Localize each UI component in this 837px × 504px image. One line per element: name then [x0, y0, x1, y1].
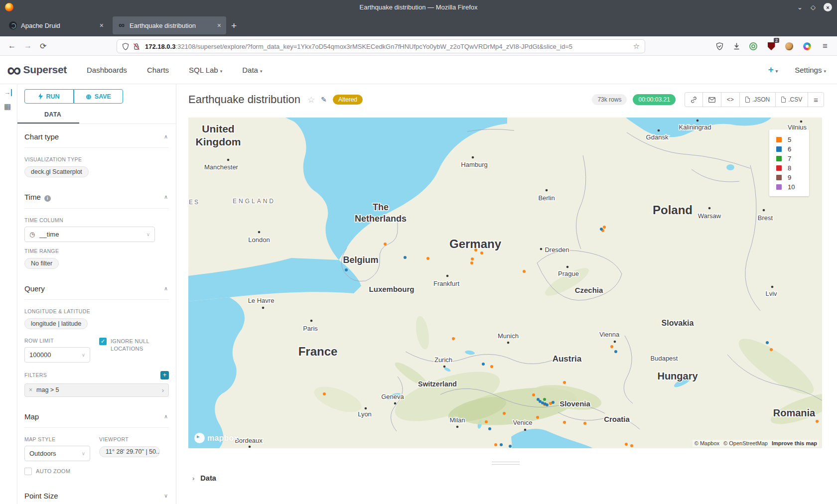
superset-brand[interactable]: ∞ Superset: [7, 62, 67, 77]
tab-earthquake-distribution[interactable]: ∞ Earthquake distribution ×: [113, 16, 226, 34]
city-label: Milan: [449, 416, 465, 424]
city-dot: [258, 231, 261, 234]
filter-value: mag > 5: [36, 386, 59, 393]
city-label: Frankfurt: [433, 280, 459, 287]
firefox-menu-icon[interactable]: ≡: [820, 41, 830, 51]
scatter-point: [345, 268, 348, 271]
city-label: Geneva: [381, 393, 404, 400]
city-dot: [771, 286, 774, 288]
time-range-pill[interactable]: No filter: [24, 258, 59, 269]
embed-code-button[interactable]: <>: [721, 93, 740, 107]
attr-mapbox[interactable]: © Mapbox: [695, 440, 719, 446]
save-button[interactable]: ⊕ SAVE: [74, 89, 123, 104]
ublock-icon[interactable]: 2: [766, 41, 776, 51]
legend-swatch: [776, 165, 782, 171]
chevron-up-icon: ∧: [164, 413, 168, 420]
email-button[interactable]: [703, 93, 721, 107]
insecure-lock-icon[interactable]: [133, 43, 140, 50]
address-bar[interactable]: 172.18.0.3:32108/superset/explore/?form_…: [117, 39, 645, 53]
filter-item[interactable]: × mag > 5 ›: [24, 383, 169, 397]
edit-properties-icon[interactable]: ✎: [321, 96, 327, 104]
mapbox-logo[interactable]: mapbox: [194, 433, 239, 443]
deckgl-map[interactable]: UnitedKingdomENGLANDESTheNetherlandsBelg…: [188, 118, 822, 448]
new-tab-button[interactable]: +: [231, 20, 237, 31]
back-button[interactable]: ←: [8, 41, 16, 50]
scatter-point: [470, 261, 473, 264]
auto-zoom-checkbox[interactable]: [24, 468, 32, 475]
settings-menu[interactable]: Settings▾: [795, 66, 826, 74]
city-label: Vienna: [599, 331, 620, 338]
window-maximize-icon[interactable]: ◇: [811, 3, 816, 11]
chevron-right-icon[interactable]: ›: [157, 386, 168, 394]
data-panel-toggle[interactable]: › Data: [192, 474, 216, 482]
forward-button[interactable]: →: [24, 41, 32, 50]
row-limit-select[interactable]: 100000 ∨: [24, 347, 90, 363]
city-label: Warsaw: [698, 212, 721, 220]
chart-menu-button[interactable]: ≡: [808, 93, 824, 107]
copy-link-button[interactable]: [685, 93, 703, 107]
nav-item-data[interactable]: Data▾: [242, 66, 262, 74]
window-minimize-icon[interactable]: ⌄: [797, 3, 803, 11]
map-style-select[interactable]: Outdoors ∨: [24, 446, 90, 461]
city-dot: [546, 189, 548, 192]
datasource-grid-icon[interactable]: ▦: [4, 102, 11, 111]
tracking-shield-icon[interactable]: [122, 43, 129, 50]
nav-item-charts[interactable]: Charts: [147, 66, 169, 74]
attr-osm[interactable]: © OpenStreetMap: [723, 440, 768, 446]
expand-datasource-icon[interactable]: →: [4, 89, 12, 96]
firefox-logo-icon: [5, 3, 13, 11]
tab-close-icon[interactable]: ×: [217, 21, 221, 29]
window-close-icon[interactable]: ×: [824, 3, 832, 11]
panel-resize-handle[interactable]: [492, 462, 520, 467]
chevron-down-icon: ▾: [260, 69, 263, 74]
extension-icon[interactable]: [802, 41, 812, 51]
cookie-extension-icon[interactable]: [784, 41, 794, 51]
legend-label: 5: [788, 136, 791, 143]
viz-type-pill[interactable]: deck.gl Scatterplot: [24, 166, 89, 177]
scatter-point: [625, 443, 628, 446]
city-dot: [524, 429, 527, 431]
nav-item-dashboards[interactable]: Dashboards: [87, 66, 127, 74]
chevron-up-icon: ∧: [164, 133, 168, 140]
section-map[interactable]: Map∧: [24, 404, 169, 428]
tab-data[interactable]: DATA: [17, 111, 169, 118]
scatter-point: [603, 226, 606, 229]
file-icon: [781, 97, 786, 103]
scatter-point: [614, 350, 617, 353]
left-icon-strip: → ▦: [0, 84, 17, 504]
ignore-null-checkbox[interactable]: ✓: [99, 338, 107, 345]
reload-button[interactable]: ⟳: [40, 41, 46, 51]
section-query[interactable]: Query∧: [24, 276, 169, 300]
section-time[interactable]: Timei ∧: [24, 184, 169, 209]
city-dot: [507, 342, 510, 344]
time-column-select[interactable]: ◷ __time ∨: [24, 227, 155, 242]
city-dot: [365, 407, 367, 410]
rows-count-badge: 73k rows: [592, 94, 627, 105]
bookmark-star-icon[interactable]: ☆: [633, 42, 640, 51]
city-dot: [249, 446, 251, 448]
export-json-button[interactable]: .JSON: [740, 93, 776, 107]
lonlat-pill[interactable]: longitude | latitude: [24, 318, 88, 329]
chevron-down-icon: ▾: [824, 69, 826, 74]
section-point-size[interactable]: Point Size∨: [24, 483, 169, 504]
legend-label: 8: [788, 164, 791, 172]
nav-item-sql-lab[interactable]: SQL Lab▾: [189, 66, 222, 74]
add-new-button[interactable]: +▾: [768, 64, 778, 75]
chevron-right-icon: ›: [192, 475, 194, 482]
run-button[interactable]: RUN: [24, 89, 74, 104]
attr-improve-link[interactable]: Improve this map: [772, 440, 817, 446]
section-chart-type[interactable]: Chart type∧: [24, 124, 169, 148]
pocket-shield-icon[interactable]: [714, 41, 724, 51]
country-label: France: [298, 345, 338, 358]
favorite-star-icon[interactable]: ☆: [307, 95, 315, 105]
viewport-pill[interactable]: 11° 28' 29.70" | 50...: [99, 446, 160, 457]
privacy-badger-icon[interactable]: [748, 41, 758, 51]
tab-apache-druid[interactable]: Apache Druid ×: [4, 16, 109, 34]
downloads-icon[interactable]: [731, 41, 741, 51]
plus-circle-icon: ⊕: [86, 93, 92, 101]
export-csv-button[interactable]: .CSV: [776, 93, 808, 107]
tab-close-icon[interactable]: ×: [100, 21, 104, 29]
scatter-point: [766, 341, 769, 344]
add-filter-button[interactable]: +: [160, 371, 169, 379]
remove-filter-icon[interactable]: ×: [25, 386, 36, 393]
